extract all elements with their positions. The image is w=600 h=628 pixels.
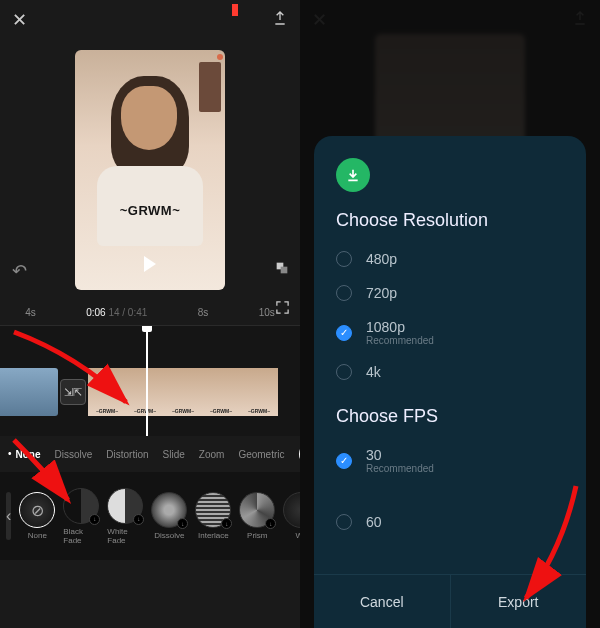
export-pane: ✕ Choose Resolution 480p 720p 1080pRecom…: [300, 0, 600, 628]
share-icon[interactable]: [272, 10, 288, 30]
ruler-mark: 4s: [25, 307, 36, 318]
modal-buttons: Cancel Export: [314, 574, 586, 628]
tab-zoom[interactable]: Zoom: [199, 449, 225, 460]
ruler-current: 0:06: [86, 307, 105, 318]
layers-icon[interactable]: [274, 260, 290, 280]
download-icon: ↓: [133, 514, 144, 525]
effect-none[interactable]: ⊘None: [19, 492, 55, 540]
timeline-clip[interactable]: [88, 368, 300, 416]
close-icon[interactable]: ✕: [12, 9, 27, 31]
resolution-4k[interactable]: 4k: [336, 364, 564, 380]
resolution-title: Choose Resolution: [336, 210, 564, 231]
preview-frame: ~GRWM~: [75, 50, 225, 290]
export-modal: Choose Resolution 480p 720p 1080pRecomme…: [314, 136, 586, 628]
resolution-1080p[interactable]: 1080pRecommended: [336, 319, 564, 346]
tab-geometric[interactable]: Geometric: [238, 449, 284, 460]
tab-dissolve[interactable]: Dissolve: [55, 449, 93, 460]
download-icon: ↓: [265, 518, 276, 529]
scroll-left-icon[interactable]: ‹: [6, 492, 11, 540]
effect-white-fade[interactable]: ↓White Fade: [107, 488, 143, 545]
resolution-options: 480p 720p 1080pRecommended 4k: [336, 251, 564, 380]
effect-wave[interactable]: ↓Wa: [283, 492, 300, 540]
video-preview[interactable]: ↶ ~GRWM~: [0, 40, 300, 300]
playhead[interactable]: [146, 326, 148, 436]
transition-handle[interactable]: ⇲⇱: [60, 379, 86, 405]
download-icon: ↓: [177, 518, 188, 529]
ruler-frame: 14 / 0:41: [108, 307, 147, 318]
export-button[interactable]: Export: [450, 575, 587, 628]
active-dot: •: [8, 448, 12, 459]
fps-30[interactable]: 30Recommended: [336, 447, 564, 474]
effect-black-fade[interactable]: ↓Black Fade: [63, 488, 99, 545]
topbar: ✕: [0, 0, 300, 40]
preview-caption: ~GRWM~: [75, 203, 225, 218]
timeline[interactable]: ⇲⇱: [0, 326, 300, 436]
timeline-clip[interactable]: [0, 368, 58, 416]
effect-prism[interactable]: ↓Prism: [239, 492, 275, 540]
download-icon: ↓: [89, 514, 100, 525]
resolution-720p[interactable]: 720p: [336, 285, 564, 301]
download-icon: [336, 158, 370, 192]
timeline-ruler[interactable]: 4s 0:06 14 / 0:41 8s 10s: [0, 300, 300, 326]
tab-distortion[interactable]: Distortion: [106, 449, 148, 460]
recording-indicator: [232, 4, 238, 16]
tab-slide[interactable]: Slide: [163, 449, 185, 460]
tab-none[interactable]: None: [16, 449, 41, 460]
fullscreen-icon[interactable]: [275, 300, 290, 319]
fps-title: Choose FPS: [336, 406, 564, 427]
resolution-480p[interactable]: 480p: [336, 251, 564, 267]
svg-rect-1: [281, 267, 288, 274]
ruler-mark: 10s: [259, 307, 275, 318]
fps-options: 30Recommended 60: [336, 447, 564, 530]
effect-dissolve[interactable]: ↓Dissolve: [151, 492, 187, 540]
transition-tabs: • None Dissolve Distortion Slide Zoom Ge…: [0, 436, 300, 472]
effect-interlace[interactable]: ↓Interlace: [195, 492, 231, 540]
editor-pane: ✕ ↶ ~GRWM~ 4s 0:06 14 /: [0, 0, 300, 628]
download-icon: ↓: [221, 518, 232, 529]
undo-icon[interactable]: ↶: [12, 260, 27, 282]
ruler-mark: 8s: [198, 307, 209, 318]
cancel-button[interactable]: Cancel: [314, 575, 450, 628]
fps-60[interactable]: 60: [336, 514, 564, 530]
effects-row: ‹ ⊘None ↓Black Fade ↓White Fade ↓Dissolv…: [0, 472, 300, 560]
play-icon[interactable]: [144, 256, 156, 272]
